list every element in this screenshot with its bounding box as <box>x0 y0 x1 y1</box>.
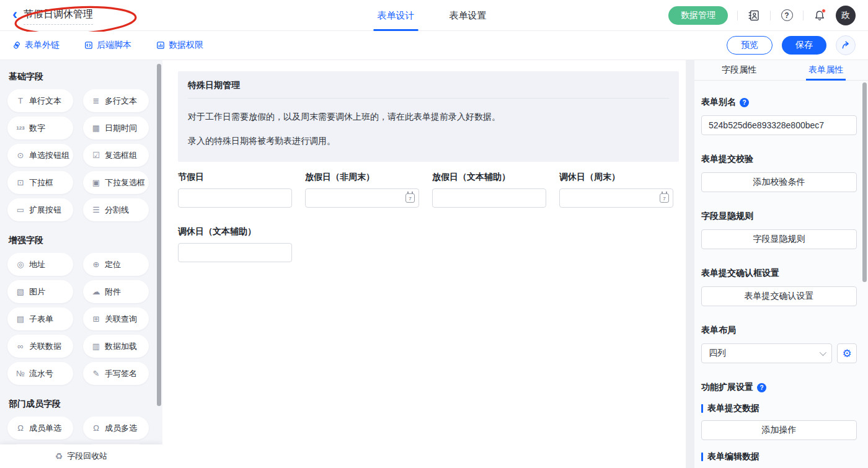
workday-weekend-input[interactable] <box>559 188 673 208</box>
field-dayoff-nonweekend[interactable]: 放假日（非周末） 7 <box>305 172 419 208</box>
layout-select[interactable]: 四列 <box>701 343 832 363</box>
divider <box>803 11 804 20</box>
user-avatar[interactable]: 政 <box>836 6 856 25</box>
sidebar-item-attachment[interactable]: ☁附件 <box>83 280 149 303</box>
share-arrow-icon <box>840 40 851 51</box>
sidebar-item-member-multi[interactable]: Ω成员多选 <box>83 417 149 439</box>
add-submit-action-button[interactable]: 添加操作 <box>701 420 857 440</box>
add-validation-button[interactable]: 添加校验条件 <box>701 172 857 192</box>
extension-settings-label: 功能扩展设置 <box>701 382 753 393</box>
panel-description-2: 录入的特殊日期将被考勤表进行调用。 <box>188 136 669 147</box>
panel-description-1: 对于工作日需要放假的，以及周末需要调休上班的，请在此表单提前录入好数据。 <box>188 112 669 123</box>
number-icon: 123 <box>16 125 25 131</box>
field-workday-weekend[interactable]: 调休日（周末） 7 <box>559 172 673 208</box>
help-icon[interactable]: ? <box>740 98 749 107</box>
back-icon[interactable]: ‹ <box>12 8 17 20</box>
location-pin-icon: ◎ <box>16 260 25 269</box>
sidebar-item-select[interactable]: ⊡下拉框 <box>7 171 73 194</box>
field-library-sidebar: 基础字段 T单行文本 ≣多行文本 123数字 ▦日期时间 ⊙单选按钮组 ☑复选框… <box>0 60 162 468</box>
backend-script-link[interactable]: 后端脚本 <box>84 40 131 51</box>
data-permission-icon <box>156 41 165 50</box>
layout-settings-button[interactable]: ⚙ <box>837 343 857 363</box>
sidebar-item-image[interactable]: ▧图片 <box>7 280 73 303</box>
person-icon: Ω <box>16 423 25 433</box>
data-manage-button[interactable]: 数据管理 <box>668 6 728 25</box>
submit-confirm-button[interactable]: 表单提交确认设置 <box>701 286 857 306</box>
date-picker-icon[interactable]: 7 <box>405 193 415 203</box>
sidebar-item-member-single[interactable]: Ω成员单选 <box>7 417 73 439</box>
sidebar-item-datetime[interactable]: ▦日期时间 <box>83 117 149 139</box>
sidebar-item-data-load[interactable]: ▥数据加载 <box>83 335 149 358</box>
header-tabs: 表单设计 表单设置 <box>377 0 486 31</box>
sidebar-item-extend-button[interactable]: ▭扩展按钮 <box>7 198 73 221</box>
sidebar-scrollbar[interactable] <box>157 64 161 406</box>
crosshair-icon: ⊕ <box>91 260 101 269</box>
single-line-text-icon: T <box>16 96 25 105</box>
workday-text-input[interactable] <box>178 243 292 262</box>
field-dayoff-text[interactable]: 放假日（文本辅助） <box>432 172 546 208</box>
form-design-canvas: 特殊日期管理 对于工作日需要放假的，以及周末需要调休上班的，请在此表单提前录入好… <box>162 60 686 468</box>
sidebar-item-divider-line[interactable]: ☰分割线 <box>83 198 149 221</box>
address-book-icon[interactable] <box>747 9 761 22</box>
subform-icon: ▤ <box>16 314 25 324</box>
sidebar-item-linked-query[interactable]: ⊞关联查询 <box>83 307 149 330</box>
sidebar-item-address[interactable]: ◎地址 <box>7 253 73 276</box>
linked-query-icon: ⊞ <box>91 314 101 324</box>
link-icon <box>12 41 21 50</box>
divider <box>770 11 771 20</box>
gear-icon: ⚙ <box>842 347 851 360</box>
radio-icon: ⊙ <box>16 151 25 160</box>
submit-confirm-label: 表单提交确认框设置 <box>701 268 779 279</box>
sidebar-item-serial-number[interactable]: №流水号 <box>7 362 73 385</box>
dayoff-text-input[interactable] <box>432 188 546 208</box>
help-icon[interactable]: ? <box>757 383 766 392</box>
dayoff-nonweekend-input[interactable] <box>305 188 419 208</box>
tab-field-properties[interactable]: 字段属性 <box>722 60 756 81</box>
sidebar-item-checkbox-group[interactable]: ☑复选框组 <box>83 144 149 167</box>
sidebar-item-geolocation[interactable]: ⊕定位 <box>83 253 149 276</box>
field-visibility-button[interactable]: 字段显隐规则 <box>701 229 857 249</box>
notification-bell-icon[interactable] <box>813 9 826 22</box>
field-workday-text[interactable]: 调休日（文本辅助） <box>178 226 292 262</box>
submit-data-label: 表单提交数据 <box>707 403 760 414</box>
sidebar-item-multi-select[interactable]: ▣下拉复选框 <box>83 171 149 194</box>
date-picker-icon[interactable]: 7 <box>660 193 669 203</box>
sidebar-item-signature[interactable]: ✎手写签名 <box>83 362 149 385</box>
sidebar-item-radio-group[interactable]: ⊙单选按钮组 <box>7 144 73 167</box>
serial-number-icon: № <box>16 369 25 378</box>
sidebar-item-single-line-text[interactable]: T单行文本 <box>7 89 73 112</box>
tab-form-properties[interactable]: 表单属性 <box>808 60 843 81</box>
sidebar-item-linked-data[interactable]: ∞关联数据 <box>7 335 73 358</box>
checkbox-icon: ☑ <box>91 151 101 160</box>
section-title-enhanced-fields: 增强字段 <box>9 235 162 246</box>
image-icon: ▧ <box>16 287 25 296</box>
section-title-member-fields: 部门成员字段 <box>9 399 162 410</box>
people-icon: Ω <box>91 423 101 433</box>
sidebar-item-subform[interactable]: ▤子表单 <box>7 307 73 330</box>
save-button[interactable]: 保存 <box>782 36 826 55</box>
multi-select-icon: ▣ <box>91 178 101 187</box>
form-alias-input[interactable] <box>701 115 857 135</box>
sidebar-item-multi-line-text[interactable]: ≣多行文本 <box>83 89 149 112</box>
tab-form-design[interactable]: 表单设计 <box>377 0 414 31</box>
calendar-icon: ▦ <box>91 123 101 133</box>
holiday-input[interactable] <box>178 188 292 208</box>
help-icon[interactable]: ? <box>780 9 794 22</box>
divider <box>737 11 738 20</box>
share-button[interactable] <box>836 35 856 55</box>
field-recycle-bin[interactable]: ♻ 字段回收站 <box>0 444 162 468</box>
chevron-down-icon <box>820 349 826 356</box>
cloud-upload-icon: ☁ <box>91 287 101 296</box>
special-date-info-panel[interactable]: 特殊日期管理 对于工作日需要放假的，以及周末需要调休上班的，请在此表单提前录入好… <box>178 71 679 162</box>
field-holiday[interactable]: 节假日 <box>178 172 292 208</box>
tab-form-settings[interactable]: 表单设置 <box>449 0 486 31</box>
multi-line-text-icon: ≣ <box>91 96 101 105</box>
sidebar-item-number[interactable]: 123数字 <box>7 117 73 139</box>
data-permission-link[interactable]: 数据权限 <box>156 40 203 51</box>
form-alias-label: 表单别名 <box>701 97 736 108</box>
form-external-link[interactable]: 表单外链 <box>12 40 60 51</box>
field-visibility-label: 字段显隐规则 <box>701 211 753 222</box>
preview-button[interactable]: 预览 <box>727 36 773 55</box>
divider-icon: ☰ <box>91 205 101 214</box>
properties-scrollbar[interactable] <box>862 82 867 282</box>
